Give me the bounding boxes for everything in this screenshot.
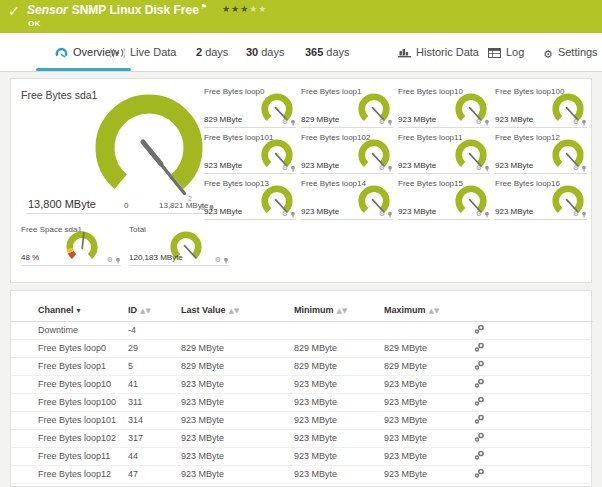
- cell-actions[interactable]: [474, 429, 593, 447]
- sort-icon[interactable]: ▲▼: [140, 307, 151, 315]
- sort-icon[interactable]: ▲▼: [229, 307, 240, 315]
- cell-channel[interactable]: Free Bytes loop1: [11, 357, 128, 375]
- tile-actions[interactable]: ⚙: [573, 165, 587, 172]
- channel-settings-icon[interactable]: [474, 468, 485, 478]
- cell-channel[interactable]: Free Bytes loop11: [11, 447, 128, 465]
- gauge-tile-main[interactable]: Free Bytes sda1 2 13,800 MByte 0 13,821 …: [21, 85, 211, 217]
- tile-actions[interactable]: ⚙: [282, 211, 296, 218]
- gear-icon[interactable]: ⚙: [379, 211, 385, 218]
- tile-actions[interactable]: ⚙: [573, 119, 587, 126]
- gear-icon[interactable]: ⚙: [107, 257, 113, 264]
- cell-actions[interactable]: [474, 393, 593, 411]
- pin-icon[interactable]: [290, 211, 296, 218]
- channel-settings-icon[interactable]: [474, 342, 485, 352]
- gauge-tile-free-space[interactable]: Free Space sda1 48 % ⚙: [21, 225, 121, 269]
- pin-icon[interactable]: [115, 257, 121, 264]
- gear-icon[interactable]: ⚙: [573, 119, 579, 126]
- cell-actions[interactable]: [474, 339, 593, 357]
- tile-actions[interactable]: ⚙: [282, 119, 296, 126]
- cell-actions[interactable]: [474, 357, 593, 375]
- gear-icon[interactable]: ⚙: [476, 119, 482, 126]
- sort-icon[interactable]: ▲▼: [337, 307, 348, 315]
- pin-icon[interactable]: [581, 119, 587, 126]
- cell-actions[interactable]: [474, 447, 593, 465]
- table-row[interactable]: Free Bytes loop1041923 MByte923 MByte923…: [11, 375, 593, 393]
- gear-icon[interactable]: ⚙: [379, 165, 385, 172]
- pin-icon[interactable]: [387, 165, 393, 172]
- channel-settings-icon[interactable]: [474, 414, 485, 424]
- table-row[interactable]: Free Bytes loop1144923 MByte923 MByte923…: [11, 447, 593, 465]
- table-row[interactable]: Free Bytes loop102317923 MByte923 MByte9…: [11, 429, 593, 447]
- cell-actions[interactable]: [474, 375, 593, 393]
- tab-log[interactable]: Log: [488, 33, 524, 71]
- pin-icon[interactable]: [581, 165, 587, 172]
- table-row[interactable]: Free Bytes loop101314923 MByte923 MByte9…: [11, 411, 593, 429]
- column-header-maximum[interactable]: Maximum▲▼: [384, 299, 474, 321]
- gauge-tile[interactable]: Free Bytes loop1 829 MByte ⚙: [301, 87, 393, 131]
- gauge-tile[interactable]: Free Bytes loop16 923 MByte ⚙: [495, 179, 587, 223]
- cell-channel[interactable]: Free Bytes loop101: [11, 411, 128, 429]
- pin-icon[interactable]: [484, 165, 490, 172]
- pin-icon[interactable]: [484, 119, 490, 126]
- cell-actions[interactable]: [474, 411, 593, 429]
- tile-actions[interactable]: ⚙: [476, 165, 490, 172]
- tile-actions[interactable]: ⚙: [215, 257, 229, 264]
- tile-actions[interactable]: ⚙: [107, 257, 121, 264]
- cell-channel[interactable]: Free Bytes loop100: [11, 393, 128, 411]
- pin-icon[interactable]: [387, 119, 393, 126]
- tab-30-days[interactable]: 30days: [246, 33, 285, 71]
- pin-icon[interactable]: [290, 165, 296, 172]
- gauge-tile[interactable]: Free Bytes loop13 923 MByte ⚙: [204, 179, 296, 223]
- cell-actions[interactable]: [474, 465, 593, 483]
- gauge-tile[interactable]: Free Bytes loop102 923 MByte ⚙: [301, 133, 393, 177]
- flag-icon[interactable]: ⚑: [201, 3, 207, 11]
- channel-settings-icon[interactable]: [474, 360, 485, 370]
- channel-settings-icon[interactable]: [474, 450, 485, 460]
- tile-actions[interactable]: ⚙: [476, 119, 490, 126]
- tab-2-days[interactable]: 2days: [196, 33, 228, 71]
- table-row[interactable]: Downtime-4: [11, 321, 593, 339]
- gear-icon[interactable]: ⚙: [282, 119, 288, 126]
- cell-channel[interactable]: Free Bytes loop10: [11, 375, 128, 393]
- cell-channel[interactable]: Free Bytes loop12: [11, 465, 128, 483]
- gauge-tile[interactable]: Free Bytes loop11 923 MByte ⚙: [398, 133, 490, 177]
- tile-actions[interactable]: ⚙: [379, 165, 393, 172]
- tile-actions[interactable]: ⚙: [573, 211, 587, 218]
- channel-settings-icon[interactable]: [474, 324, 485, 334]
- gauge-tile[interactable]: Free Bytes loop15 923 MByte ⚙: [398, 179, 490, 223]
- pin-icon[interactable]: [581, 211, 587, 218]
- tile-actions[interactable]: ⚙: [282, 165, 296, 172]
- gear-icon[interactable]: ⚙: [379, 119, 385, 126]
- tile-actions[interactable]: ⚙: [379, 211, 393, 218]
- gauge-tile[interactable]: Free Bytes loop10 923 MByte ⚙: [398, 87, 490, 131]
- tile-actions[interactable]: ⚙: [379, 119, 393, 126]
- tab-settings[interactable]: ⚙Settings: [543, 33, 598, 71]
- channel-settings-icon[interactable]: [474, 378, 485, 388]
- pin-icon[interactable]: [290, 119, 296, 126]
- tab-365-days[interactable]: 365days: [305, 33, 350, 71]
- sort-icon[interactable]: ▲▼: [429, 307, 440, 315]
- cell-channel[interactable]: Free Bytes loop0: [11, 339, 128, 357]
- gear-icon[interactable]: ⚙: [282, 211, 288, 218]
- priority-stars[interactable]: ★★★★★: [222, 4, 267, 14]
- column-header-channel[interactable]: Channel▾: [11, 299, 128, 321]
- channel-settings-icon[interactable]: [474, 396, 485, 406]
- gauge-tile[interactable]: Free Bytes loop100 923 MByte ⚙: [495, 87, 587, 131]
- channel-settings-icon[interactable]: [474, 432, 485, 442]
- column-header-last-value[interactable]: Last Value▲▼: [181, 299, 294, 321]
- gauge-tile[interactable]: Free Bytes loop12 923 MByte ⚙: [495, 133, 587, 177]
- column-header-minimum[interactable]: Minimum▲▼: [294, 299, 384, 321]
- table-row[interactable]: Free Bytes loop029829 MByte829 MByte829 …: [11, 339, 593, 357]
- gauge-tile-total[interactable]: Total 120,183 MByte ⚙: [129, 225, 229, 269]
- cell-actions[interactable]: [474, 321, 593, 339]
- tab-live-data[interactable]: Live Data: [110, 33, 176, 71]
- gauge-tile[interactable]: Free Bytes loop101 923 MByte ⚙: [204, 133, 296, 177]
- table-row[interactable]: Free Bytes loop15829 MByte829 MByte829 M…: [11, 357, 593, 375]
- pin-icon[interactable]: [484, 211, 490, 218]
- sort-icon[interactable]: ▾: [77, 306, 81, 315]
- gauge-tile[interactable]: Free Bytes loop0 829 MByte ⚙: [204, 87, 296, 131]
- cell-channel[interactable]: Downtime: [11, 321, 128, 339]
- cell-channel[interactable]: Free Bytes loop102: [11, 429, 128, 447]
- table-row[interactable]: Free Bytes loop1247923 MByte923 MByte923…: [11, 465, 593, 483]
- pin-icon[interactable]: [223, 257, 229, 264]
